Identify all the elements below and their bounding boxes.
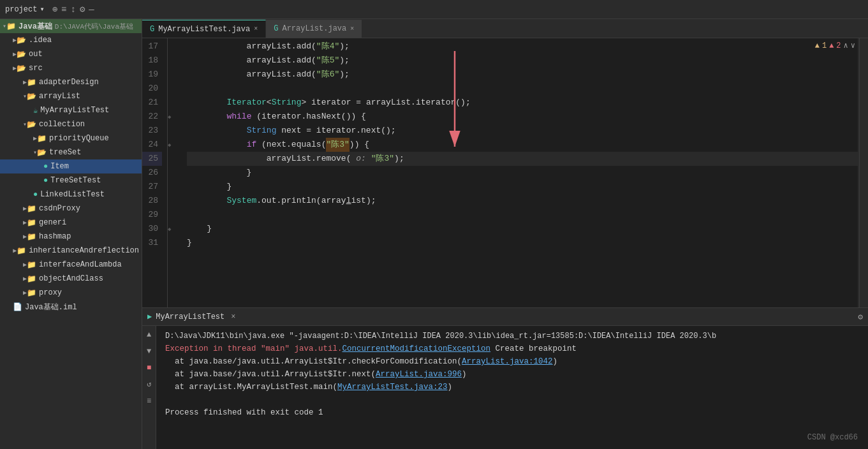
code-line-26: } [187, 166, 868, 180]
item-class-icon: ● [43, 162, 48, 171]
sidebar-item-treeset[interactable]: ▾ 📂 treeSet [0, 145, 142, 159]
treesettest-class-icon: ● [43, 176, 48, 185]
line-num-17: 17 [142, 40, 162, 54]
sidebar-item-treesettest[interactable]: ● TreeSetTest [0, 173, 142, 188]
hashmap-folder-icon: 📁 [27, 232, 36, 242]
sidebar-item-proxy[interactable]: ▶ 📁 proxy [0, 286, 142, 300]
terminal-line-stack3: at arrayList.MyArrayListTest.main(MyArra… [165, 381, 862, 394]
gutter-30: ◆ [168, 222, 180, 236]
sidebar-item-priority[interactable]: ▶ 📁 priorityQueue [0, 131, 142, 145]
sidebar-label-inheritance: inheritanceAndreflection [29, 246, 139, 255]
code-lines[interactable]: arrayList.add("陈4"); arrayList.add("陈5")… [180, 38, 868, 307]
code-line-27: } [187, 180, 868, 194]
sidebar-item-interface[interactable]: ▶ 📁 interfaceAndLambda [0, 258, 142, 272]
terminal-tab-run[interactable]: ▶ MyArrayListTest × [147, 312, 235, 321]
tab2-close-icon[interactable]: × [350, 26, 354, 33]
sidebar-item-hashmap[interactable]: ▶ 📁 hashmap [0, 230, 142, 244]
sidebar-label-linkedlist: LinkedListTest [40, 190, 105, 199]
inheritance-folder-icon: 📁 [17, 246, 26, 256]
root-folder-icon: 📁 [6, 22, 16, 31]
code-line-30: } [187, 222, 868, 236]
code-line-28: System.out.println(arraylist); [187, 194, 868, 208]
myarraylist-23-link[interactable]: MyArrayListTest.java:23 [337, 383, 448, 392]
line-num-24: 24 [142, 138, 162, 152]
sidebar-item-csdn[interactable]: ▶ 📁 csdnProxy [0, 202, 142, 216]
priority-folder-icon: 📁 [37, 134, 47, 144]
object-folder-icon: 📁 [27, 274, 36, 284]
sidebar-label-treesettest: TreeSetTest [50, 176, 101, 185]
terminal-down-icon[interactable]: ▼ [147, 345, 151, 358]
editor-area[interactable]: ▲ 1 ▲ 2 ∧ ∨ 17 18 19 20 21 22 23 24 2 [142, 38, 868, 307]
sidebar-label-src: src [29, 64, 43, 73]
line-num-31: 31 [142, 236, 162, 250]
gutter-22: ◆ [168, 110, 180, 124]
line-numbers: 17 18 19 20 21 22 23 24 25 26 27 28 29 3… [142, 38, 168, 307]
minimize-icon[interactable]: — [89, 4, 94, 15]
sidebar-item-item[interactable]: ● Item [0, 159, 142, 173]
sidebar-item-idea[interactable]: ▶ 📂 .idea [0, 33, 142, 47]
tab-myarraylisttest[interactable]: G MyArrayListTest.java × [142, 20, 266, 38]
sidebar-item-adapter[interactable]: ▶ 📁 adapterDesign [0, 75, 142, 89]
code-line-18: arrayList.add("陈5"); [187, 54, 868, 68]
sidebar-label-generi: generi [39, 218, 66, 227]
add-module-icon[interactable]: ⊕ [52, 4, 57, 15]
project-dropdown[interactable]: project ▾ [5, 4, 45, 14]
main-content: ▾ 📁 Java基础 D:\JAVA代码\Java基础 ▶ 📂 .idea ▶ … [0, 19, 868, 449]
terminal-tab-close-icon[interactable]: × [231, 313, 235, 321]
gutter-20 [168, 82, 180, 96]
terminal-rerun-icon[interactable]: ↺ [147, 378, 151, 391]
tab-arraylist[interactable]: G ArrayList.java × [266, 20, 362, 38]
sidebar-item-collection[interactable]: ▾ 📂 collection [0, 117, 142, 131]
terminal-line-stack2: at java.base/java.util.ArrayList$Itr.nex… [165, 368, 862, 381]
tab2-icon: G [274, 24, 278, 33]
terminal-line-exit: Process finished with exit code 1 [165, 406, 862, 419]
arraylist-1042-link[interactable]: ArrayList.java:1042 [462, 357, 553, 366]
gutter-19 [168, 68, 180, 82]
gutter-21 [168, 96, 180, 110]
sidebar-item-iml[interactable]: 📄 Java基础.iml [0, 300, 142, 314]
sidebar-label-priority: priorityQueue [49, 134, 109, 143]
sidebar-label-interface: interfaceAndLambda [39, 260, 122, 269]
arraylist-996-link[interactable]: ArrayList.java:996 [376, 370, 462, 379]
csdn-folder-icon: 📁 [27, 204, 36, 214]
terminal-content[interactable]: ▲ ▼ ■ ↺ ≡ D:\Java\JDK11\bin\java.exe "-j… [142, 326, 868, 449]
terminal-line-exception: Exception in thread "main" java.util.Con… [165, 342, 862, 355]
line-num-25: 25 [142, 152, 162, 166]
terminal-settings-icon[interactable]: ≡ [147, 395, 151, 408]
terminal-up-icon[interactable]: ▲ [147, 328, 151, 341]
terminal-line-empty [165, 394, 862, 406]
settings-icon[interactable]: ⚙ [80, 4, 85, 15]
sidebar-item-arraylist[interactable]: ▾ 📂 arrayList [0, 89, 142, 103]
sidebar-item-inheritance[interactable]: ▶ 📁 inheritanceAndreflection [0, 244, 142, 258]
right-gutter [858, 38, 859, 307]
terminal-tab-label: MyArrayListTest [156, 313, 224, 321]
sidebar-root-path: D:\JAVA代码\Java基础 [55, 22, 133, 31]
line-num-18: 18 [142, 54, 162, 68]
tab1-close-icon[interactable]: × [254, 26, 258, 33]
terminal-gear-icon[interactable]: ⚙ [858, 312, 863, 322]
sidebar-root[interactable]: ▾ 📁 Java基础 D:\JAVA代码\Java基础 [0, 19, 142, 33]
terminal-toolbar: ⚙ [858, 312, 863, 322]
watermark: CSDN @xcd66 [807, 431, 858, 444]
sidebar-item-myarraylisttest[interactable]: ☕ MyArrayListTest [0, 103, 142, 117]
sidebar-label-arraylist: arrayList [39, 92, 80, 101]
terminal-stop-icon[interactable]: ■ [147, 362, 151, 374]
sidebar-item-generi[interactable]: ▶ 📁 generi [0, 216, 142, 230]
scrollbar[interactable] [859, 38, 868, 307]
concurrent-mod-exception-link[interactable]: ConcurrentModificationException [342, 344, 491, 353]
code-line-25: arrayList.remove( o: "陈3"); [187, 152, 868, 166]
code-line-20 [187, 82, 868, 96]
code-line-23: String next = iterator.next(); [187, 124, 868, 138]
gutter-23 [168, 124, 180, 138]
gutter-25 [168, 152, 180, 166]
sidebar-item-out[interactable]: ▶ 📂 out [0, 47, 142, 61]
top-bar: project ▾ ⊕ ≡ ↕ ⚙ — [0, 0, 868, 19]
expand-icon[interactable]: ↕ [71, 4, 76, 15]
gutter-31 [168, 236, 180, 250]
line-num-22: 22 [142, 110, 162, 124]
sidebar-item-object[interactable]: ▶ 📁 objectAndClass [0, 272, 142, 286]
list-icon[interactable]: ≡ [61, 4, 66, 15]
sidebar-item-src[interactable]: ▶ 📂 src [0, 61, 142, 75]
sidebar-item-linkedlist[interactable]: ● LinkedListTest [0, 188, 142, 202]
line-num-30: 30 [142, 222, 162, 236]
